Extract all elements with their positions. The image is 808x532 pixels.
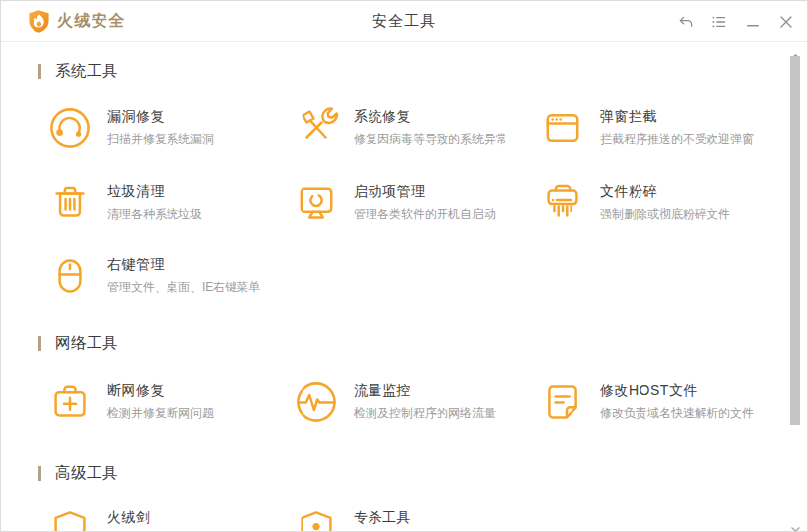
tool-desc: 检测并修复断网问题 [107, 406, 214, 420]
minimize-icon[interactable] [745, 14, 761, 30]
tool-desc: 管理文件、桌面、IE右键菜单 [107, 280, 260, 294]
scrollbar-thumb[interactable] [790, 56, 800, 425]
section-accent-bar [38, 336, 41, 351]
tool-sword-shield[interactable]: 火绒剑 [48, 507, 289, 532]
tool-title: 弹窗拦截 [600, 108, 754, 125]
tool-desc: 扫描并修复系统漏洞 [107, 132, 214, 146]
section-title: 网络工具 [55, 333, 118, 354]
tool-desc: 修复因病毒等导致的系统异常 [354, 132, 507, 146]
repair-tools-icon [295, 106, 338, 150]
tool-trash[interactable]: 垃圾清理清理各种系统垃圾 [48, 181, 289, 225]
medkit-icon [48, 380, 92, 424]
tool-desc: 拦截程序推送的不受欢迎弹窗 [600, 132, 754, 146]
tool-medkit[interactable]: 断网修复检测并修复断网问题 [48, 380, 289, 424]
section-accent-bar [38, 466, 41, 481]
section-title: 高级工具 [55, 463, 118, 484]
tool-monitor-startup[interactable]: 启动项管理管理各类软件的开机自启动 [295, 181, 535, 225]
tool-virus-shield[interactable]: 专杀工具 [295, 507, 535, 532]
tool-title: 火绒剑 [107, 509, 151, 526]
tool-traffic-pulse[interactable]: 流量监控检测及控制程序的网络流量 [295, 380, 535, 424]
tool-title: 右键管理 [107, 256, 260, 273]
vulnerability-scan-icon [48, 106, 92, 150]
tool-title: 漏洞修复 [107, 108, 214, 125]
app-name: 火绒安全 [57, 11, 126, 32]
tool-host-file[interactable]: 修改HOST文件修改负责域名快速解析的文件 [541, 380, 781, 424]
tools-content: 系统工具漏洞修复扫描并修复系统漏洞系统修复修复因病毒等导致的系统异常弹窗拦截拦截… [1, 42, 808, 532]
title-bar: 火绒安全 安全工具 [1, 1, 807, 42]
tool-desc: 检测及控制程序的网络流量 [354, 406, 496, 420]
scroll-down-icon[interactable] [790, 519, 801, 526]
file-shredder-icon [541, 181, 584, 225]
tool-title: 垃圾清理 [107, 183, 202, 200]
tool-file-shredder[interactable]: 文件粉碎强制删除或彻底粉碎文件 [541, 181, 781, 225]
close-icon[interactable] [778, 14, 794, 30]
scroll-up-icon[interactable] [790, 46, 801, 53]
tool-title: 修改HOST文件 [600, 382, 754, 399]
tool-desc: 修改负责域名快速解析的文件 [600, 406, 754, 420]
tool-vulnerability-scan[interactable]: 漏洞修复扫描并修复系统漏洞 [48, 106, 289, 150]
tool-desc: 清理各种系统垃圾 [107, 207, 202, 221]
traffic-pulse-icon [295, 380, 338, 424]
app-brand: 火绒安全 [1, 9, 126, 33]
virus-shield-icon [295, 507, 338, 532]
tool-title: 启动项管理 [354, 183, 496, 200]
trash-icon [48, 181, 92, 225]
menu-icon[interactable] [711, 14, 727, 30]
tool-mouse[interactable]: 右键管理管理文件、桌面、IE右键菜单 [48, 254, 289, 298]
tool-title: 断网修复 [107, 382, 214, 399]
window-controls [678, 14, 807, 30]
scrollbar[interactable] [788, 42, 803, 532]
tool-title: 系统修复 [354, 108, 507, 125]
tool-title: 专杀工具 [354, 509, 411, 526]
mouse-icon [48, 254, 92, 298]
app-window: 火绒安全 安全工具 [0, 0, 808, 532]
section-header: 高级工具 [38, 464, 118, 482]
section-accent-bar [38, 64, 41, 79]
monitor-startup-icon [295, 181, 338, 225]
sword-shield-icon [48, 507, 92, 532]
popup-block-icon [541, 106, 584, 150]
tool-title: 流量监控 [354, 382, 496, 399]
page-title: 安全工具 [372, 12, 436, 31]
tool-desc: 强制删除或彻底粉碎文件 [600, 207, 730, 221]
section-header: 网络工具 [38, 334, 118, 352]
tool-title: 文件粉碎 [600, 183, 730, 200]
tool-repair-tools[interactable]: 系统修复修复因病毒等导致的系统异常 [295, 106, 535, 150]
section-header: 系统工具 [38, 62, 118, 80]
app-logo-icon [28, 9, 50, 33]
tool-desc: 管理各类软件的开机自启动 [354, 207, 496, 221]
section-title: 系统工具 [55, 61, 118, 82]
host-file-icon [541, 380, 584, 424]
tool-popup-block[interactable]: 弹窗拦截拦截程序推送的不受欢迎弹窗 [541, 106, 781, 150]
back-icon[interactable] [678, 14, 694, 30]
